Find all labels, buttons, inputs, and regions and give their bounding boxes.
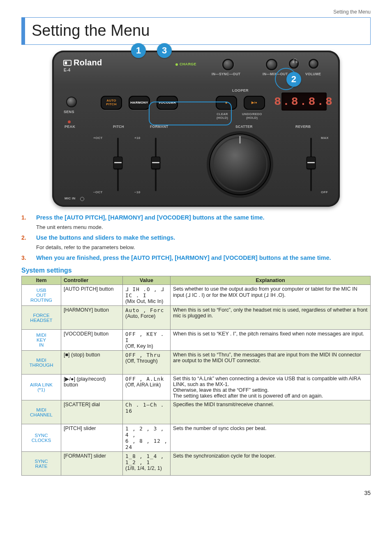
- cell-item: FORCEHEADSET: [22, 306, 61, 330]
- scatter-dial[interactable]: [209, 134, 271, 195]
- formant-slider[interactable]: [142, 134, 170, 195]
- cell-explanation: When this is set to “KEY . I”, the pitch…: [171, 330, 371, 351]
- step-2-num: 2.: [21, 234, 29, 241]
- cell-value: Auto , Forc(Auto, Force): [123, 306, 171, 330]
- svg-rect-1: [65, 61, 67, 64]
- svg-rect-0: [64, 60, 71, 65]
- pitch-label: PITCH: [113, 125, 124, 129]
- cell-controller: [■] (stop) button: [61, 351, 123, 375]
- svg-rect-3: [296, 61, 297, 63]
- cell-explanation: Specifies the MIDI transmit/receive chan…: [171, 400, 371, 424]
- cell-explanation: Set this to “A.Lnk” when connecting a de…: [171, 375, 371, 400]
- section-heading: System settings: [21, 267, 371, 274]
- callout-1-3-ring: [149, 102, 232, 125]
- brand-logo: Roland: [63, 58, 102, 67]
- cell-controller: [VOCODER] button: [61, 330, 123, 351]
- device-panel: Roland E-4 CHARGE 2 IN—SYNC—OUT IN—MIX—O…: [52, 51, 340, 207]
- cell-value: OFF , A.Lnk(Off, AIRA Link): [123, 375, 171, 400]
- cell-item: SYNCRATE: [22, 452, 61, 476]
- table-row: MIDICHANNEL[SCATTER] dialCh . 1–Ch . 16S…: [22, 400, 371, 424]
- volume-label: VOLUME: [305, 72, 321, 76]
- instruction-steps: 1.Press the [AUTO PITCH], [HARMONY] and …: [21, 214, 371, 261]
- step-2-head: Use the buttons and sliders to make the …: [36, 234, 175, 241]
- cell-item: MIDITHROUGH: [22, 351, 61, 375]
- cell-item: USBOUTROUTING: [22, 285, 61, 306]
- cell-item: MIDIKEYIN: [22, 330, 61, 351]
- brand-icon: [63, 58, 72, 67]
- model-label: E-4: [64, 68, 70, 72]
- device-illustration: 1 3 Roland E-4 CHARGE 2 IN—SYNC—OUT IN—M…: [21, 51, 371, 207]
- volume-knob: [309, 59, 318, 69]
- table-row: USBOUTROUTING[AUTO PITCH] buttonᒧ IH .O …: [22, 285, 371, 306]
- formant-scale-lo: −10: [134, 190, 140, 194]
- sync-jack: [222, 59, 234, 70]
- pitch-scale-hi: +OCT: [93, 136, 103, 140]
- step-3-head: When you are finished, press the [AUTO P…: [36, 254, 331, 261]
- step-1-num: 1.: [21, 214, 29, 221]
- brand-text: Roland: [74, 58, 102, 67]
- th-value: Value: [123, 276, 171, 285]
- harmony-button[interactable]: HARMONY: [129, 96, 150, 110]
- svg-rect-2: [293, 61, 294, 63]
- peak-led: [68, 120, 71, 123]
- th-controller: Controller: [61, 276, 123, 285]
- th-explanation: Explanation: [171, 276, 371, 285]
- cell-controller: [SCATTER] dial: [61, 400, 123, 424]
- charge-indicator: CHARGE: [175, 62, 196, 66]
- callout-1: 1: [131, 43, 146, 58]
- callout-3: 3: [157, 43, 172, 58]
- autopitch-button[interactable]: AUTO PITCH: [101, 96, 122, 110]
- cell-explanation: Sets the synchronization cycle for the l…: [171, 452, 371, 476]
- table-row: MIDITHROUGH[■] (stop) buttonOFF , Thru(O…: [22, 351, 371, 375]
- undo-label: UNDO/REDO (HOLD): [242, 112, 262, 120]
- reverb-label: REVERB: [295, 125, 311, 129]
- formant-scale-hi: +10: [134, 136, 140, 140]
- step-2-sub: For details, refer to the parameters bel…: [36, 244, 371, 250]
- pitch-slider[interactable]: [104, 134, 132, 195]
- cell-controller: [AUTO PITCH] button: [61, 285, 123, 306]
- table-row: FORCEHEADSET[HARMONY] buttonAuto , Forc(…: [22, 306, 371, 330]
- play-record-button[interactable]: ▶/●: [244, 96, 265, 110]
- cell-value: Ch . 1–Ch . 16: [123, 400, 171, 424]
- cell-explanation: Sets whether to use the output audio fro…: [171, 285, 371, 306]
- cell-explanation: Sets the number of sync clocks per beat.: [171, 424, 371, 452]
- sens-knob: [66, 97, 77, 107]
- step-3-num: 3.: [21, 254, 29, 261]
- peak-label: PEAK: [65, 125, 75, 129]
- cell-value: 1_8 , 1_4 ,1_2 , 1(1/8, 1/4, 1/2, 1): [123, 452, 171, 476]
- cell-value: OFF , KEY . I(Off, Key In): [123, 330, 171, 351]
- table-row: SYNCRATE[FORMANT] slider1_8 , 1_4 ,1_2 ,…: [22, 452, 371, 476]
- cell-item: MIDICHANNEL: [22, 400, 61, 424]
- mix-jack: [266, 59, 277, 70]
- mic-in-label: MIC IN: [65, 197, 76, 200]
- th-item: Item: [22, 276, 61, 285]
- looper-label: LOOPER: [232, 88, 249, 92]
- pitch-scale-lo: −OCT: [93, 190, 103, 194]
- cell-controller: [FORMANT] slider: [61, 452, 123, 476]
- title-block: Setting the Menu: [21, 17, 371, 45]
- cell-explanation: When this is set to “Thru”, the messages…: [171, 351, 371, 375]
- reverb-slider[interactable]: [297, 134, 325, 195]
- mic-in-icon: [80, 197, 84, 201]
- cell-item: SYNCCLOCKS: [22, 424, 61, 452]
- headphone-icon: [292, 58, 298, 65]
- table-row: MIDIKEYIN[VOCODER] buttonOFF , KEY . I(O…: [22, 330, 371, 351]
- page-title: Setting the Menu: [32, 22, 363, 39]
- cell-controller: [▶/●] (play/record) button: [61, 375, 123, 400]
- cell-value: OFF , Thru(Off, Through): [123, 351, 171, 375]
- table-row: SYNCCLOCKS[PITCH] slider1 , 2 , 3 , 4 ,6…: [22, 424, 371, 452]
- sync-label: IN—SYNC—OUT: [212, 72, 240, 76]
- cell-explanation: When this is set to “Forc”, only the hea…: [171, 306, 371, 330]
- cell-controller: [HARMONY] button: [61, 306, 123, 330]
- cell-value: ᒧ IH .O , ᒧ IC . I(Mix Out, Mic In): [123, 285, 171, 306]
- table-row: AIRA LINK(*1)[▶/●] (play/record) buttonO…: [22, 375, 371, 400]
- breadcrumb: Setting the Menu: [21, 9, 371, 15]
- callout-2: 2: [286, 72, 301, 87]
- system-settings-table: Item Controller Value Explanation USBOUT…: [21, 276, 371, 476]
- cell-item: AIRA LINK(*1): [22, 375, 61, 400]
- step-1-sub: The unit enters menu mode.: [36, 224, 371, 230]
- cell-controller: [PITCH] slider: [61, 424, 123, 452]
- seven-segment-display: 8.8.8.8: [281, 92, 327, 111]
- step-1-head: Press the [AUTO PITCH], [HARMONY] and [V…: [36, 214, 265, 221]
- page-number: 35: [21, 490, 371, 496]
